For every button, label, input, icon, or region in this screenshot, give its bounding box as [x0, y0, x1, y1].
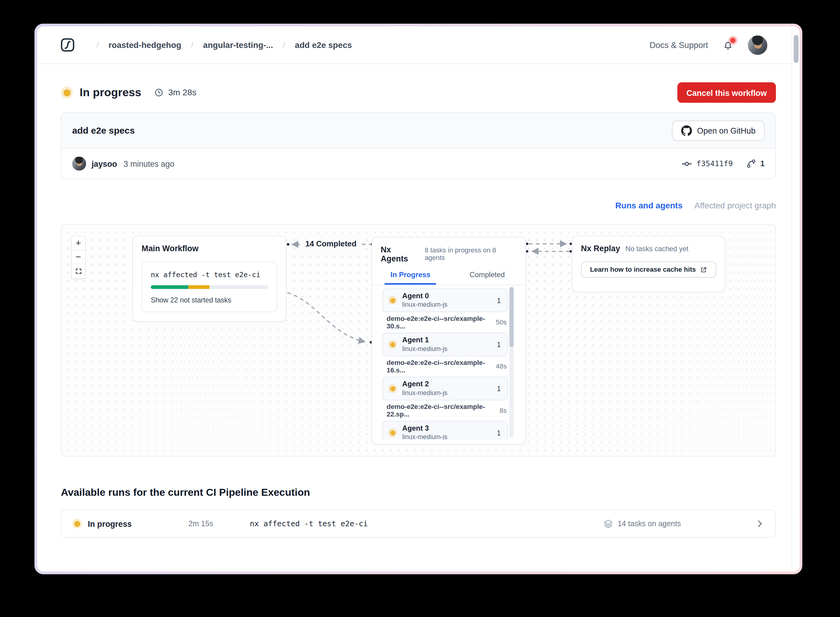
commit-time-ago: 3 minutes ago [124, 159, 175, 168]
branch-icon [746, 158, 757, 169]
agent-task-count: 1 [497, 384, 501, 393]
run-command: nx affected -t test e2e-ci [250, 519, 368, 528]
agent-name: Agent 3 [402, 424, 447, 433]
page-scrollbar-thumb[interactable] [794, 35, 799, 63]
agent-task-row[interactable]: demo-e2e:e2e-ci--src/example-22.sp... 8s [382, 406, 508, 415]
task-name: demo-e2e:e2e-ci--src/example-30.s... [386, 315, 496, 330]
nx-replay-header: Nx Replay No tasks cached yet [581, 244, 716, 253]
agent-task-row[interactable]: demo-e2e:e2e-ci--src/example-30.s... 50s [382, 318, 508, 327]
agent-task-count: 1 [497, 341, 501, 348]
agent-name: Agent 1 [402, 336, 447, 345]
commit-hash[interactable]: f35411f9 [697, 159, 733, 168]
author-avatar [72, 156, 86, 170]
notifications-button[interactable] [722, 38, 734, 52]
agent-task-row[interactable]: demo-e2e:e2e-ci--src/example-16.s... 48s [382, 362, 508, 371]
app-window-content: / roasted-hedgehog / angular-testing-...… [37, 26, 800, 571]
cancel-workflow-button[interactable]: Cancel this workflow [677, 82, 776, 103]
open-on-github-button[interactable]: Open on GitHub [671, 120, 765, 141]
run-status: In progress [72, 519, 188, 528]
page-scrollbar [791, 26, 800, 571]
agent-card[interactable]: Agent 2linux-medium-js 1 [382, 376, 508, 400]
agent-card[interactable]: Agent 3linux-medium-js 1 [382, 421, 508, 440]
layers-icon [603, 518, 614, 528]
learn-cache-hits-label: Learn how to increase cache hits [590, 266, 696, 273]
nx-agents-title: Nx Agents [381, 245, 420, 263]
agent-status-icon [388, 428, 397, 437]
top-navigation-bar: / roasted-hedgehog / angular-testing-...… [37, 26, 800, 64]
learn-cache-hits-button[interactable]: Learn how to increase cache hits [581, 261, 716, 278]
view-tabs: Runs and agents Affected project graph [61, 201, 776, 211]
commit-card-body: jaysoo 3 minutes ago f35411f9 [61, 149, 775, 179]
progress-segment-completed [151, 285, 188, 289]
agent-status-icon [388, 340, 397, 349]
breadcrumb-workflow[interactable]: add e2e specs [295, 40, 352, 50]
main-workflow-title: Main Workflow [142, 244, 277, 253]
author-name: jaysoo [92, 159, 117, 168]
nx-cloud-logo[interactable] [60, 38, 75, 52]
run-status-label: In progress [88, 519, 132, 528]
run-status-icon [72, 519, 82, 528]
available-runs-heading: Available runs for the current CI Pipeli… [61, 486, 776, 498]
completed-edge-label: 14 Completed [300, 238, 362, 251]
nx-replay-node[interactable]: Nx Replay No tasks cached yet Learn how … [572, 236, 725, 292]
commit-card: add e2e specs Open on GitHub jaysoo 3 mi… [61, 112, 776, 179]
progress-segment-in-progress [188, 285, 209, 289]
task-name: demo-e2e:e2e-ci--src/example-22.sp... [386, 403, 499, 418]
agent-runtime: linux-medium-js [402, 389, 447, 397]
docs-support-link[interactable]: Docs & Support [649, 40, 708, 50]
zoom-in-button[interactable]: + [71, 236, 85, 250]
nx-agents-subtitle: 8 tasks in progress on 8 agents [424, 247, 517, 261]
breadcrumb-workspace[interactable]: roasted-hedgehog [109, 40, 181, 50]
agents-scrollbar-thumb[interactable] [509, 287, 513, 347]
run-open-chevron[interactable] [755, 519, 765, 528]
nx-agents-node[interactable]: Nx Agents 8 tasks in progress on 8 agent… [371, 237, 526, 444]
chevron-right-icon [755, 519, 765, 528]
agent-status-icon [388, 384, 397, 393]
agent-runtime: linux-medium-js [402, 433, 447, 440]
agents-tabs: In Progress Completed [372, 271, 526, 285]
fit-view-button[interactable] [71, 264, 85, 278]
agent-card[interactable]: Agent 0linux-medium-js 1 [382, 289, 508, 312]
main-workflow-command: nx affected -t test e2e-ci [151, 271, 268, 279]
task-duration: 48s [496, 363, 507, 370]
breadcrumb: / roasted-hedgehog / angular-testing-...… [96, 40, 352, 50]
show-not-started-tasks-link[interactable]: Show 22 not started tasks [151, 296, 268, 304]
screen: / roasted-hedgehog / angular-testing-...… [0, 0, 840, 617]
task-duration: 8s [500, 407, 507, 414]
run-row[interactable]: In progress 2m 15s nx affected -t test e… [61, 510, 776, 538]
user-avatar[interactable] [748, 35, 767, 55]
breadcrumb-separator: / [283, 40, 285, 50]
commit-title: add e2e specs [72, 125, 135, 136]
agent-card[interactable]: Agent 1linux-medium-js 1 [382, 333, 508, 356]
main-workflow-task-card: nx affected -t test e2e-ci Show 22 not s… [142, 261, 277, 312]
agent-task-count: 1 [497, 296, 501, 304]
run-duration: 2m 15s [189, 519, 250, 528]
open-on-github-label: Open on GitHub [697, 126, 755, 135]
tab-affected-project-graph[interactable]: Affected project graph [694, 201, 776, 211]
main-workflow-node[interactable]: Main Workflow nx affected -t test e2e-ci… [132, 236, 286, 322]
zoom-out-button[interactable]: − [71, 250, 85, 264]
notification-badge [730, 37, 736, 43]
branch-count: 1 [760, 159, 765, 168]
agents-tab-in-progress[interactable]: In Progress [372, 271, 449, 285]
workflow-status-bar: In progress 3m 28s Cancel this workflow [61, 82, 776, 103]
workflow-graph-canvas[interactable]: + − Main Workflow nx affected -t test e2… [61, 224, 776, 456]
status-in-progress-icon [61, 87, 73, 98]
task-duration: 50s [496, 319, 507, 326]
run-tasks: 14 tasks on agents [603, 518, 681, 528]
agent-runtime: linux-medium-js [402, 301, 447, 309]
breadcrumb-branch[interactable]: angular-testing-... [203, 40, 273, 50]
agent-runtime: linux-medium-js [402, 345, 447, 353]
agents-scrollbar [509, 287, 513, 438]
tab-runs-and-agents[interactable]: Runs and agents [615, 201, 682, 211]
graph-zoom-controls: + − [71, 236, 86, 279]
github-icon [681, 125, 692, 136]
agents-tab-completed[interactable]: Completed [449, 271, 525, 285]
workflow-duration: 3m 28s [168, 88, 197, 97]
workflow-status-label: In progress [80, 86, 141, 99]
agents-list[interactable]: Agent 0linux-medium-js 1 demo-e2e:e2e-ci… [372, 286, 526, 440]
task-progress-bar [151, 285, 268, 289]
fullscreen-icon [74, 267, 82, 275]
commit-icon [681, 158, 692, 169]
app-window: / roasted-hedgehog / angular-testing-...… [34, 24, 802, 574]
